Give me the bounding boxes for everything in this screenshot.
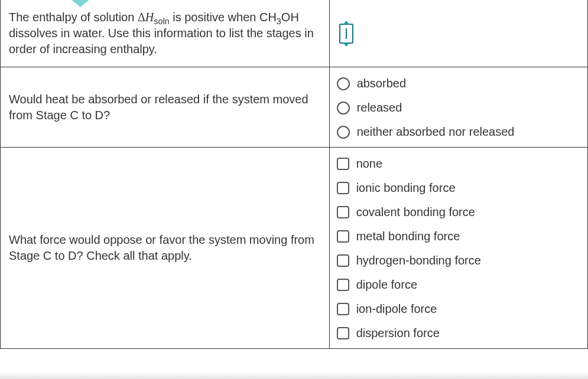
- a3-cell: none ionic bonding force covalent bondin…: [329, 148, 587, 349]
- checkbox-icon[interactable]: [337, 158, 349, 170]
- checkbox-icon[interactable]: [337, 279, 349, 291]
- checkbox-icon[interactable]: [337, 230, 349, 243]
- chem-subscript: 3: [277, 17, 281, 26]
- option-label: dispersion force: [356, 325, 440, 341]
- option-label: ionic bonding force: [356, 180, 456, 196]
- q3-text: What force would oppose or favor the sys…: [8, 228, 322, 267]
- option-label: covalent bonding force: [356, 204, 475, 220]
- sort-handle-icon[interactable]: [339, 24, 353, 44]
- option-label: dipole force: [356, 277, 417, 293]
- option-label: absorbed: [357, 76, 406, 92]
- delta-symbol: Δ: [138, 11, 145, 24]
- a1-cell: [329, 0, 587, 67]
- h-symbol: H: [145, 11, 154, 24]
- option-label: ion-dipole force: [356, 301, 437, 317]
- q3-option[interactable]: dipole force: [337, 275, 580, 299]
- chem-fragment: OH: [281, 11, 299, 24]
- previous-item-arrow-icon: [67, 0, 93, 7]
- q1-cell: The enthalpy of solution ΔHsoln is posit…: [1, 0, 330, 67]
- radio-icon[interactable]: [337, 126, 350, 139]
- bottom-fade-overlay: [0, 372, 588, 379]
- q2-option[interactable]: neither absorbed nor released: [337, 122, 580, 141]
- q1-text-fragment: is positive when: [170, 11, 259, 24]
- option-label: hydrogen-bonding force: [356, 253, 481, 269]
- q1-text-fragment: dissolves in water. Use this information…: [9, 27, 314, 55]
- radio-icon[interactable]: [337, 77, 350, 90]
- option-label: metal bonding force: [356, 228, 460, 244]
- q3-cell: What force would oppose or favor the sys…: [1, 148, 330, 349]
- a2-cell: absorbed released neither absorbed nor r…: [329, 67, 587, 148]
- q3-option[interactable]: ion-dipole force: [337, 299, 580, 323]
- q2-text: Would heat be absorbed or released if th…: [8, 88, 322, 127]
- checkbox-icon[interactable]: [337, 206, 349, 218]
- question-table: The enthalpy of solution ΔHsoln is posit…: [0, 0, 588, 349]
- soln-subscript: soln: [154, 17, 169, 26]
- q1-text: The enthalpy of solution ΔHsoln is posit…: [8, 6, 322, 61]
- checkbox-icon[interactable]: [337, 303, 349, 315]
- option-label: neither absorbed nor released: [357, 124, 515, 140]
- checkbox-icon[interactable]: [337, 182, 349, 194]
- chemical-formula: CH3OH: [259, 11, 299, 24]
- q3-option[interactable]: none: [337, 153, 580, 178]
- checkbox-icon[interactable]: [337, 254, 349, 267]
- checkbox-icon[interactable]: [337, 327, 349, 339]
- q2-cell: Would heat be absorbed or released if th…: [1, 67, 330, 148]
- option-label: none: [356, 156, 383, 172]
- delta-h-symbol: ΔHsoln: [138, 11, 170, 24]
- q3-option[interactable]: metal bonding force: [337, 226, 580, 250]
- option-label: released: [357, 100, 402, 116]
- q3-option[interactable]: covalent bonding force: [337, 202, 580, 226]
- q2-option[interactable]: absorbed: [337, 73, 580, 97]
- q3-option[interactable]: dispersion force: [337, 323, 580, 342]
- radio-icon[interactable]: [337, 102, 350, 115]
- q3-option[interactable]: ionic bonding force: [337, 178, 580, 202]
- q3-option[interactable]: hydrogen-bonding force: [337, 250, 580, 275]
- q1-text-fragment: The enthalpy of solution: [9, 11, 138, 24]
- q2-option[interactable]: released: [337, 97, 580, 122]
- chem-fragment: CH: [259, 11, 277, 24]
